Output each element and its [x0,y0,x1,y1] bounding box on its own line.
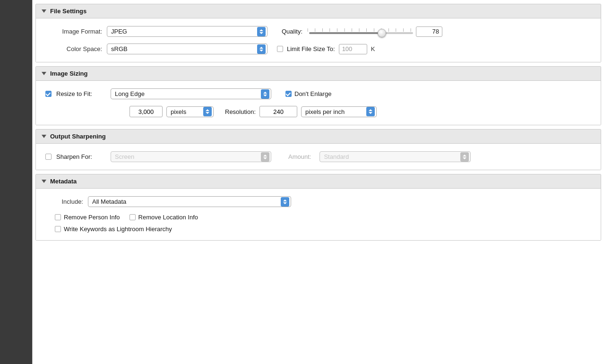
amount-label: Amount: [288,153,311,160]
include-select[interactable]: All Metadata [88,196,291,207]
dont-enlarge-label: Don't Enlarge [294,90,331,97]
color-space-select-wrapper: sRGB [107,43,267,54]
amount-select-wrapper: Standard [319,151,471,162]
write-keywords-row: Write Keywords as Lightroom Hierarchy [55,225,591,233]
limit-filesize-unit: K [371,45,375,52]
sidebar [0,0,32,364]
metadata-body: Include: All Metadata Remove Person Info [36,189,601,240]
quality-value-box: 78 [416,26,442,37]
output-sharpening-collapse-icon[interactable] [42,135,46,138]
image-format-label: Image Format: [45,28,102,35]
metadata-section: Metadata Include: All Metadata [35,174,601,241]
remove-person-label: Remove Person Info [64,214,120,221]
limit-filesize-label: Limit File Size To: [287,45,335,52]
pixel-value-input[interactable] [129,106,163,117]
dont-enlarge-checkbox[interactable] [285,91,292,97]
resize-to-fit-select-wrapper: Long Edge [111,88,271,99]
file-settings-collapse-icon[interactable] [42,9,46,13]
sharpen-for-select-wrapper: Screen [111,151,271,162]
image-format-select[interactable]: JPEG [107,26,267,37]
quality-slider-track[interactable] [309,32,413,34]
resize-to-fit-label: Resize to Fit: [56,90,106,97]
limit-filesize-input[interactable] [339,44,367,54]
quality-section: Quality: | | | | [282,26,442,37]
resolution-label: Resolution: [225,108,256,115]
file-settings-section: File Settings Image Format: JPEG Qual [35,4,601,62]
limit-filesize-checkbox[interactable] [277,46,283,52]
file-settings-header: File Settings [36,4,601,18]
quality-value: 78 [432,26,439,37]
image-sizing-title: Image Sizing [50,70,87,77]
output-sharpening-body: Sharpen For: Screen Amount: Standard [36,144,601,170]
image-sizing-section: Image Sizing Resize to Fit: Long Edge [35,66,601,125]
output-sharpening-title: Output Sharpening [50,133,106,140]
remove-person-group: Remove Person Info [55,214,120,221]
include-select-wrapper: All Metadata [88,196,291,207]
resolution-value-input[interactable] [259,106,297,117]
file-settings-body: Image Format: JPEG Quality: [36,18,601,62]
pixel-unit-select-wrapper: pixels [166,106,214,117]
remove-location-checkbox[interactable] [129,214,136,220]
metadata-header: Metadata [36,174,601,189]
metadata-collapse-icon[interactable] [42,180,46,183]
dont-enlarge-group: Don't Enlarge [285,90,331,97]
sharpen-for-select[interactable]: Screen [111,151,271,162]
sizing-pixel-row: pixels Resolution: pixels per inch [129,106,591,117]
image-sizing-collapse-icon[interactable] [42,72,46,75]
sharpen-for-label: Sharpen For: [56,153,106,160]
quality-slider-thumb[interactable] [378,29,386,37]
include-label: Include: [45,198,83,205]
resize-to-fit-checkbox[interactable] [45,91,52,97]
remove-person-checkbox[interactable] [55,214,61,220]
content-area: File Settings Image Format: JPEG Qual [32,0,604,364]
resize-to-fit-select[interactable]: Long Edge [111,88,271,99]
amount-select[interactable]: Standard [319,151,471,162]
remove-location-group: Remove Location Info [129,214,198,221]
main-container: File Settings Image Format: JPEG Qual [0,0,604,364]
color-space-select[interactable]: sRGB [107,43,267,54]
pixel-unit-select[interactable]: pixels [166,106,214,117]
sharpen-for-row: Sharpen For: Screen Amount: Standard [45,151,591,162]
resolution-unit-select-wrapper: pixels per inch [301,106,377,117]
image-format-row: Image Format: JPEG Quality: [45,26,591,37]
remove-location-label: Remove Location Info [138,214,198,221]
include-row: Include: All Metadata [45,196,591,207]
output-sharpening-section: Output Sharpening Sharpen For: Screen Am… [35,129,601,170]
color-space-row: Color Space: sRGB Limit File Size To: K [45,43,591,54]
image-format-select-wrapper: JPEG [107,26,267,37]
sharpen-for-checkbox[interactable] [45,154,52,160]
output-sharpening-header: Output Sharpening [36,130,601,144]
limit-filesize-group: Limit File Size To: K [277,44,375,54]
image-sizing-header: Image Sizing [36,67,601,81]
metadata-title: Metadata [50,178,77,185]
quality-label: Quality: [282,28,302,35]
write-keywords-checkbox[interactable] [55,226,61,232]
metadata-remove-row: Remove Person Info Remove Location Info [55,214,591,221]
resolution-unit-select[interactable]: pixels per inch [301,106,377,117]
image-sizing-body: Resize to Fit: Long Edge Don't Enlarge [36,81,601,125]
file-settings-title: File Settings [50,8,86,15]
write-keywords-group: Write Keywords as Lightroom Hierarchy [55,225,172,233]
color-space-label: Color Space: [45,45,102,52]
write-keywords-label: Write Keywords as Lightroom Hierarchy [64,225,172,233]
resize-to-fit-row: Resize to Fit: Long Edge Don't Enlarge [45,88,591,99]
